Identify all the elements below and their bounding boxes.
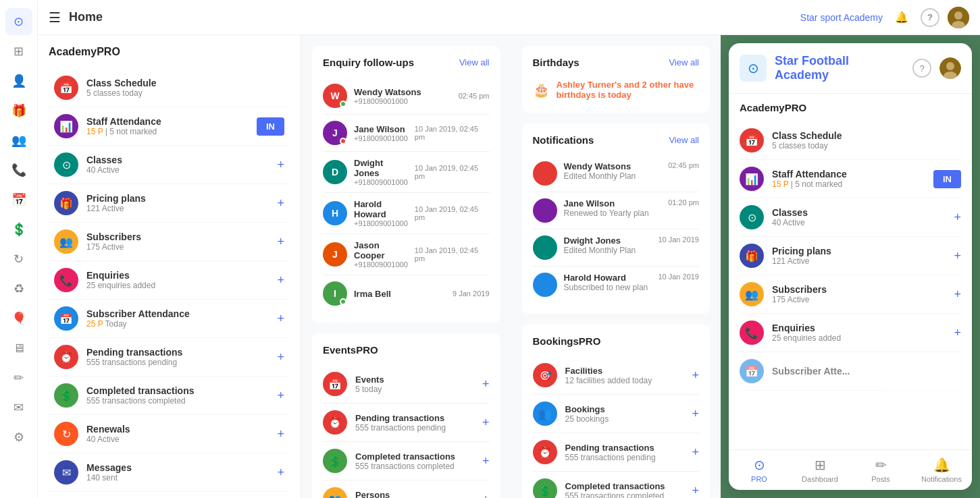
right-help-icon[interactable]: ? xyxy=(912,59,931,78)
list-item[interactable]: 👥 Subscribers 175 Active + xyxy=(49,223,290,261)
list-item[interactable]: 🎁 Pricing plans 121 Active + xyxy=(49,184,290,223)
r-staff-in-button[interactable]: IN xyxy=(933,170,961,188)
r-subscribers-add-icon[interactable]: + xyxy=(954,287,961,302)
academy-name-link[interactable]: Star sport Academy xyxy=(800,12,883,23)
dashboard-nav-icon: ⊞ xyxy=(815,457,826,473)
events-persons-add-icon[interactable]: + xyxy=(482,493,490,499)
notifications-view-all[interactable]: View all xyxy=(669,135,699,145)
pending-tx-add-icon[interactable]: + xyxy=(277,350,284,364)
bookings-pending-add-icon[interactable]: + xyxy=(692,445,699,460)
events-completed-add-icon[interactable]: + xyxy=(482,454,490,468)
subscribers-add-icon[interactable]: + xyxy=(277,235,284,249)
pending-tx-sub: 555 transactions pending xyxy=(86,358,269,367)
bottom-nav-pro[interactable]: ⊙ PRO xyxy=(729,450,790,490)
bottom-nav-posts[interactable]: ✏ Posts xyxy=(850,450,911,490)
sidebar-item-billing[interactable]: 💲 xyxy=(5,216,32,243)
events-add-icon[interactable]: + xyxy=(482,377,490,391)
sidebar-item-edit[interactable]: ✏ xyxy=(5,364,32,391)
sidebar-item-dashboard[interactable]: ⊞ xyxy=(5,38,32,65)
right-avatar[interactable] xyxy=(939,57,961,79)
list-item[interactable]: 👥 Bookings 25 bookings + xyxy=(533,395,700,433)
list-item[interactable]: ⏰ Pending transactions 555 transactions … xyxy=(323,404,490,442)
help-icon[interactable]: ? xyxy=(921,8,939,27)
classes-add-icon[interactable]: + xyxy=(277,158,284,172)
sidebar-item-calls[interactable]: 📞 xyxy=(5,157,32,184)
main-area: ☰ Home Star sport Academy 🔔 ? AcademyPRO… xyxy=(38,0,980,498)
birthday-person-name[interactable]: Ashley Turner xyxy=(557,80,615,90)
right-list-item[interactable]: 🎁 Pricing plans 121 Active + xyxy=(740,237,961,275)
pricing-plans-add-icon[interactable]: + xyxy=(277,196,284,211)
sidebar-item-users[interactable]: 👥 xyxy=(5,127,32,154)
staff-attendance-in-button[interactable]: IN xyxy=(257,117,284,136)
facilities-icon: 🎯 xyxy=(533,363,557,387)
list-item[interactable]: ↻ Renewals 40 Active + xyxy=(49,415,290,453)
sidebar-item-recycle[interactable]: ♻ xyxy=(5,275,32,302)
bookings-completed-add-icon[interactable]: + xyxy=(692,484,699,498)
sidebar-item-home[interactable]: ⊙ xyxy=(5,8,32,35)
list-item[interactable]: Wendy Watsons Edited Monthly Plan 02:45 … xyxy=(533,155,700,192)
list-item[interactable]: 💲 Completed transactions 555 transaction… xyxy=(533,472,700,498)
list-item[interactable]: Dwight Jones Edited Monthly Plan 10 Jan … xyxy=(533,229,700,267)
list-item[interactable]: 📊 Staff Attendance 15 P | 5 not marked I… xyxy=(49,107,290,146)
sidebar-item-calendar[interactable]: 📅 xyxy=(5,186,32,213)
sidebar-item-mail[interactable]: ✉ xyxy=(5,394,32,421)
sidebar-item-contact[interactable]: 👤 xyxy=(5,67,32,94)
facilities-add-icon[interactable]: + xyxy=(692,368,699,383)
sub-attendance-add-icon[interactable]: + xyxy=(277,312,284,326)
messages-add-icon[interactable]: + xyxy=(277,466,284,480)
enquiries-add-icon[interactable]: + xyxy=(277,273,284,287)
list-item[interactable]: 👥 Persons 175 person + xyxy=(323,480,490,498)
list-item[interactable]: Jane Wilson Renewed to Yearly plan 01:20… xyxy=(533,192,700,229)
right-list-item[interactable]: 👥 Subscribers 175 Active + xyxy=(740,275,961,314)
enquiry-followups-view-all[interactable]: View all xyxy=(459,57,490,67)
list-item[interactable]: 📅 Subscriber Attendance 25 P Today + xyxy=(49,300,290,338)
list-item[interactable]: H Harold Howard +918009001000 10 Jan 201… xyxy=(323,193,490,234)
list-item[interactable]: 🎯 Facilities 12 facilities added today + xyxy=(533,356,700,395)
r-classes-add-icon[interactable]: + xyxy=(954,211,961,225)
r-class-schedule-icon: 📅 xyxy=(740,128,764,153)
middle-panel: Enquiry follow-ups View all W Wendy Wats… xyxy=(301,35,511,498)
menu-toggle-icon[interactable]: ☰ xyxy=(49,9,61,26)
sidebar-item-balloon[interactable]: 🎈 xyxy=(5,305,32,332)
events-pending-add-icon[interactable]: + xyxy=(482,416,490,430)
list-item[interactable]: ⏰ Pending transactions 555 transactions … xyxy=(49,338,290,377)
r-pricing-add-icon[interactable]: + xyxy=(954,249,961,263)
completed-tx-add-icon[interactable]: + xyxy=(277,389,284,403)
right-list-item[interactable]: ⊙ Classes 40 Active + xyxy=(740,198,961,237)
right-list-item[interactable]: 📞 Enquiries 25 enquiries added + xyxy=(740,314,961,352)
bottom-nav-dashboard[interactable]: ⊞ Dashboard xyxy=(790,450,850,490)
list-item[interactable]: J Jason Cooper +918009001000 10 Jan 2019… xyxy=(323,234,490,275)
list-item[interactable]: W Wendy Watsons +918009001000 02:45 pm xyxy=(323,78,490,115)
right-list-item[interactable]: 📅 Class Schedule 5 classes today xyxy=(740,121,961,160)
bottom-nav-notifications[interactable]: 🔔 Notifications xyxy=(911,450,972,490)
sidebar-item-refresh[interactable]: ↻ xyxy=(5,246,32,273)
right-list-item[interactable]: 📊 Staff Attendance 15 P | 5 not marked I… xyxy=(740,160,961,198)
list-item[interactable]: ⏰ Pending transactions 555 transactions … xyxy=(533,433,700,472)
sub-attendance-sub: 25 P Today xyxy=(86,319,269,329)
list-item[interactable]: Harold Howard Subscribed to new plan 10 … xyxy=(533,267,700,303)
user-avatar[interactable] xyxy=(948,7,969,28)
list-item[interactable]: 📅 Class Schedule 5 classes today xyxy=(49,69,290,107)
r-enquiries-add-icon[interactable]: + xyxy=(954,326,961,340)
list-item[interactable]: 📅 Events 5 today + xyxy=(323,365,490,404)
sidebar-item-settings[interactable]: ⚙ xyxy=(5,424,32,451)
birthdays-view-all[interactable]: View all xyxy=(669,57,699,67)
bookings-add-icon[interactable]: + xyxy=(692,407,699,421)
sidebar-item-gift[interactable]: 🎁 xyxy=(5,97,32,124)
list-item[interactable]: ⊙ Performance 40 performance accessed + xyxy=(49,492,290,498)
staff-attendance-sub: 15 P | 5 not marked xyxy=(86,127,249,136)
notification-bell-icon[interactable]: 🔔 xyxy=(891,7,912,28)
right-list-item[interactable]: 📅 Subscriber Atte... xyxy=(740,352,961,391)
list-item[interactable]: I Irma Bell 9 Jan 2019 xyxy=(323,275,490,312)
list-item[interactable]: 💲 Completed transactions 555 transaction… xyxy=(323,442,490,480)
list-item[interactable]: ✉ Messages 140 sent + xyxy=(49,453,290,492)
list-item[interactable]: 📞 Enquiries 25 enquiries added + xyxy=(49,261,290,300)
list-item[interactable]: J Jane Wilson +918009001000 10 Jan 2019,… xyxy=(323,115,490,152)
renewals-add-icon[interactable]: + xyxy=(277,427,284,441)
messages-label: Messages xyxy=(86,462,269,473)
sidebar: ⊙ ⊞ 👤 🎁 👥 📞 📅 💲 ↻ ♻ 🎈 🖥 ✏ ✉ ⚙ xyxy=(0,0,38,498)
list-item[interactable]: ⊙ Classes 40 Active + xyxy=(49,146,290,184)
list-item[interactable]: 💲 Completed transactions 555 transaction… xyxy=(49,377,290,415)
list-item[interactable]: D Dwight Jones +918009001000 10 Jan 2019… xyxy=(323,152,490,193)
sidebar-item-monitor[interactable]: 🖥 xyxy=(5,335,32,362)
